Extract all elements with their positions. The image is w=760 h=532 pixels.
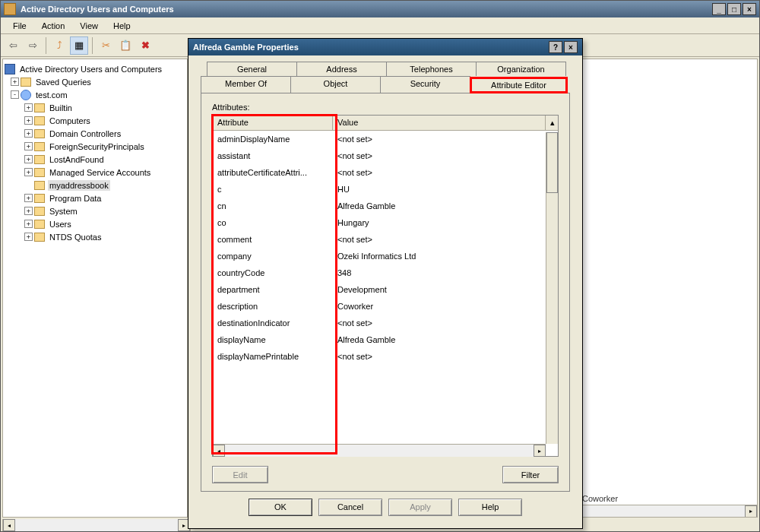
plus-icon[interactable]: +	[11, 78, 19, 86]
minimize-button[interactable]: _	[712, 3, 726, 15]
tree-builtin[interactable]: Builtin	[48, 103, 74, 113]
tab-object[interactable]: Object	[290, 76, 381, 93]
copy-button[interactable]: 📋	[116, 36, 135, 55]
edit-button[interactable]: Edit	[212, 466, 268, 483]
tab-telephones[interactable]: Telephones	[386, 62, 477, 76]
plus-icon[interactable]: +	[24, 168, 33, 176]
minus-icon[interactable]: -	[11, 90, 19, 99]
attr-value: <not set>	[333, 168, 558, 177]
list-vscroll[interactable]	[546, 132, 558, 444]
plus-icon[interactable]: +	[24, 207, 33, 215]
maximize-button[interactable]: □	[727, 3, 741, 15]
scroll-track[interactable]	[225, 445, 534, 457]
plus-icon[interactable]: +	[24, 155, 33, 163]
tab-attribute-editor[interactable]: Attribute Editor	[470, 77, 568, 93]
scroll-right-icon[interactable]: ▸	[534, 445, 546, 457]
help-button[interactable]: Help	[458, 499, 522, 516]
folder-icon	[34, 168, 45, 177]
tree-ntds-quotas[interactable]: NTDS Quotas	[48, 232, 103, 242]
tab-address[interactable]: Address	[296, 62, 387, 76]
attribute-row[interactable]: coHungary	[213, 214, 558, 231]
ok-button[interactable]: OK	[249, 499, 312, 516]
scroll-left-icon[interactable]: ◂	[213, 445, 225, 457]
attribute-row[interactable]: countryCode348	[213, 264, 558, 281]
tree-saved-queries[interactable]: Saved Queries	[34, 77, 93, 87]
attr-name: adminDisplayName	[213, 135, 333, 144]
tree-users[interactable]: Users	[48, 219, 73, 230]
dialog-close-button[interactable]: ×	[564, 41, 578, 53]
filter-button[interactable]: Filter	[502, 466, 559, 483]
tree-root[interactable]: Active Directory Users and Computers	[18, 64, 163, 74]
cancel-button[interactable]: Cancel	[318, 499, 382, 516]
tree-myaddressbook[interactable]: myaddressbook	[48, 180, 110, 191]
attribute-row[interactable]: comment<not set>	[213, 231, 558, 248]
menu-view[interactable]: View	[72, 20, 106, 32]
attribute-row[interactable]: attributeCertificateAttri...<not set>	[213, 164, 558, 181]
attribute-row[interactable]: cnAlfreda Gamble	[213, 198, 558, 214]
tab-general[interactable]: General	[207, 62, 297, 76]
tree-domain[interactable]: test.com	[34, 90, 69, 100]
help-icon[interactable]: ?	[549, 41, 562, 53]
attr-name: cn	[213, 201, 333, 211]
attribute-row[interactable]: descriptionCoworker	[213, 298, 558, 315]
tab-member-of[interactable]: Member Of	[201, 76, 291, 93]
scroll-thumb[interactable]	[546, 132, 558, 193]
dialog-actions: OK Cancel Apply Help	[188, 492, 582, 528]
menu-help[interactable]: Help	[106, 20, 138, 32]
attr-value: HU	[333, 185, 558, 194]
attribute-row[interactable]: cHU	[213, 181, 558, 198]
delete-button[interactable]: ✖	[136, 36, 154, 55]
nav-forward-button[interactable]: ⇨	[24, 36, 42, 55]
attribute-row[interactable]: companyOzeki Informatics Ltd	[213, 248, 558, 264]
tree-pane[interactable]: Active Directory Users and Computers + S…	[2, 59, 188, 518]
col-attribute[interactable]: Attribute	[213, 116, 333, 130]
list-hscroll[interactable]: ◂ ▸	[213, 444, 546, 456]
tree-system[interactable]: System	[48, 206, 79, 217]
tab-organization[interactable]: Organization	[476, 62, 566, 76]
tree-computers[interactable]: Computers	[48, 116, 92, 126]
attr-name: description	[213, 302, 333, 311]
scroll-up-icon[interactable]: ▴	[546, 116, 558, 130]
attributes-list[interactable]: Attribute Value ▴ adminDisplayName<not s…	[212, 115, 559, 457]
menu-file[interactable]: File	[5, 20, 34, 32]
plus-icon[interactable]: +	[24, 233, 33, 241]
no-expander	[24, 181, 33, 189]
attribute-row[interactable]: destinationIndicator<not set>	[213, 315, 558, 331]
apply-button[interactable]: Apply	[388, 499, 452, 516]
attr-name: department	[213, 285, 333, 294]
tree-hscroll[interactable]: ◂ ▸	[2, 519, 191, 531]
nav-back-button[interactable]: ⇦	[4, 36, 22, 55]
close-button[interactable]: ×	[743, 3, 756, 15]
tree-managed-service[interactable]: Managed Service Accounts	[48, 167, 152, 178]
plus-icon[interactable]: +	[24, 103, 33, 112]
col-value[interactable]: Value	[333, 116, 546, 130]
attribute-row[interactable]: departmentDevelopment	[213, 281, 558, 298]
plus-icon[interactable]: +	[24, 129, 33, 138]
plus-icon[interactable]: +	[24, 142, 33, 150]
tree-lost-found[interactable]: LostAndFound	[48, 154, 106, 165]
attribute-row[interactable]: displayNameAlfreda Gamble	[213, 331, 558, 348]
attr-value: Coworker	[333, 302, 558, 311]
attribute-row[interactable]: displayNamePrintable<not set>	[213, 348, 558, 365]
attribute-row[interactable]: adminDisplayName<not set>	[213, 131, 558, 147]
attr-name: destinationIndicator	[213, 318, 333, 328]
plus-icon[interactable]: +	[24, 194, 33, 202]
tree-foreign-security[interactable]: ForeignSecurityPrincipals	[48, 141, 146, 152]
scroll-track[interactable]	[15, 519, 178, 531]
up-button[interactable]: ⤴	[50, 36, 68, 55]
plus-icon[interactable]: +	[24, 116, 33, 125]
properties-button[interactable]: ▦	[70, 36, 88, 55]
dialog-title: Alfreda Gamble Properties	[193, 43, 547, 52]
menu-action[interactable]: Action	[34, 20, 73, 32]
tab-security[interactable]: Security	[380, 76, 470, 93]
folder-icon	[34, 142, 45, 151]
tree-domain-controllers[interactable]: Domain Controllers	[48, 128, 122, 139]
menubar: File Action View Help	[1, 17, 759, 34]
scroll-right-icon[interactable]: ▸	[745, 505, 757, 518]
attr-name: assistant	[213, 151, 333, 160]
tree-program-data[interactable]: Program Data	[48, 193, 103, 204]
cut-button[interactable]: ✂	[97, 36, 115, 55]
plus-icon[interactable]: +	[24, 220, 33, 228]
attribute-row[interactable]: assistant<not set>	[213, 147, 558, 164]
scroll-left-icon[interactable]: ◂	[3, 519, 15, 531]
